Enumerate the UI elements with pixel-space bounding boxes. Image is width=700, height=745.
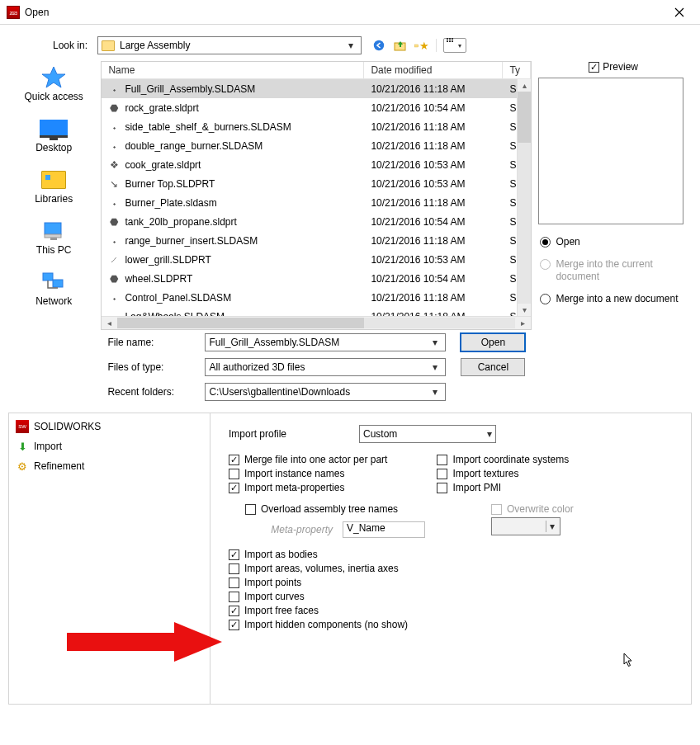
chk-coord-sys[interactable] bbox=[437, 455, 447, 465]
import-options: SW SOLIDWORKS ⬇ Import ⚙ Refinement Impo… bbox=[8, 413, 692, 705]
scroll-up-arrow[interactable]: ▴ bbox=[518, 79, 531, 92]
chk-curves-label: Import curves bbox=[244, 591, 305, 602]
file-name: tank_20lb_propane.sldprt bbox=[125, 216, 236, 228]
color-combo[interactable]: ▾ bbox=[491, 517, 560, 535]
file-row[interactable]: ❖cook_grate.sldprt10/21/2016 10:53 AMSC bbox=[102, 155, 531, 174]
file-row[interactable]: ⟋lower_grill.SLDPRT10/21/2016 10:53 AMSC bbox=[102, 250, 531, 269]
radio-merge-new[interactable] bbox=[540, 294, 551, 304]
file-row[interactable]: ⬩double_range_burner.SLDASM10/21/2016 11… bbox=[102, 136, 531, 155]
chk-instance-names[interactable] bbox=[229, 469, 239, 479]
place-net[interactable]: Network bbox=[10, 271, 97, 307]
view-mode-button[interactable]: ▾ bbox=[443, 38, 466, 53]
place-quick[interactable]: Quick access bbox=[10, 66, 97, 102]
svg-rect-4 bbox=[45, 223, 61, 234]
chk-as-bodies[interactable] bbox=[229, 549, 239, 560]
file-row[interactable]: ↘Burner Top.SLDPRT10/21/2016 10:53 AMSC bbox=[102, 174, 531, 193]
file-row[interactable]: ⬩Burner_Plate.sldasm10/21/2016 11:18 AMS… bbox=[102, 193, 531, 212]
chevron-down-icon: ▾ bbox=[487, 428, 492, 440]
open-button[interactable]: Open bbox=[461, 333, 525, 351]
chk-meta-props-label: Import meta-properties bbox=[244, 482, 344, 493]
file-row[interactable]: ⬩Leg&Wheels.SLDASM10/21/2016 11:18 AMSC bbox=[102, 307, 531, 316]
meta-prop-input[interactable]: V_Name bbox=[343, 521, 425, 538]
file-row[interactable]: ⬩Full_Grill_Assembly.SLDASM10/21/2016 11… bbox=[102, 79, 531, 98]
close-button[interactable] bbox=[664, 3, 695, 21]
chevron-down-icon: ▾ bbox=[546, 521, 557, 532]
chk-merge-actor[interactable] bbox=[229, 455, 239, 465]
chk-points[interactable] bbox=[229, 578, 239, 588]
svg-rect-7 bbox=[43, 273, 53, 281]
cancel-button[interactable]: Cancel bbox=[461, 358, 525, 376]
preview-area bbox=[538, 78, 683, 224]
place-label: Desktop bbox=[35, 142, 72, 153]
file-list: Name Date modified Ty ⬩Full_Grill_Assemb… bbox=[101, 61, 532, 330]
file-type-icon: ⬩ bbox=[108, 83, 120, 95]
filetype-combo[interactable]: All authorized 3D files ▾ bbox=[205, 358, 446, 376]
file-row[interactable]: ⬣tank_20lb_propane.sldprt10/21/2016 10:5… bbox=[102, 212, 531, 231]
side-refinement[interactable]: ⚙ Refinement bbox=[9, 456, 210, 476]
chk-pmi[interactable] bbox=[437, 483, 447, 493]
chk-as-bodies-label: Import as bodies bbox=[244, 549, 318, 560]
file-row[interactable]: ⬩side_table_shelf_&_burners.SLDASM10/21/… bbox=[102, 117, 531, 136]
file-name: side_table_shelf_&_burners.SLDASM bbox=[125, 121, 291, 133]
window-title: Open bbox=[25, 7, 49, 18]
file-row[interactable]: ⬩Control_Panel.SLDASM10/21/2016 11:18 AM… bbox=[102, 288, 531, 307]
place-pc[interactable]: This PC bbox=[10, 219, 97, 256]
chk-hidden[interactable] bbox=[229, 620, 239, 630]
filetype-label: Files of type: bbox=[101, 361, 205, 373]
file-row[interactable]: ⬣wheel.SLDPRT10/21/2016 10:54 AMSC bbox=[102, 269, 531, 288]
file-row[interactable]: ⬩range_burner_insert.SLDASM10/21/2016 11… bbox=[102, 231, 531, 250]
file-name: Burner_Plate.sldasm bbox=[125, 197, 216, 209]
file-open-area: Look in: Large Assembly ▾ ★ ▾ Quick acc bbox=[0, 25, 700, 409]
file-row[interactable]: ⬣rock_grate.sldprt10/21/2016 10:54 AMSC bbox=[102, 98, 531, 117]
lookin-folder-name: Large Assembly bbox=[120, 40, 190, 51]
profile-combo[interactable]: Custom ▾ bbox=[359, 425, 496, 443]
scroll-left-arrow[interactable]: ◂ bbox=[103, 318, 116, 328]
chk-free-faces[interactable] bbox=[229, 606, 239, 616]
nav-up-button[interactable] bbox=[393, 38, 408, 53]
col-type[interactable]: Ty bbox=[503, 62, 531, 78]
file-type-icon: ❖ bbox=[108, 159, 120, 171]
file-date: 10/21/2016 10:53 AM bbox=[364, 254, 503, 266]
nav-newfolder-button[interactable]: ★ bbox=[414, 38, 429, 53]
hscroll-thumb[interactable] bbox=[117, 318, 364, 328]
place-label: Network bbox=[35, 295, 72, 307]
chk-textures[interactable] bbox=[437, 469, 447, 479]
scroll-down-arrow[interactable]: ▾ bbox=[518, 304, 531, 316]
side-import[interactable]: ⬇ Import bbox=[9, 436, 210, 456]
file-date: 10/21/2016 11:18 AM bbox=[364, 140, 503, 152]
radio-open[interactable] bbox=[540, 237, 551, 248]
file-date: 10/21/2016 11:18 AM bbox=[364, 83, 503, 95]
cancel-button-label: Cancel bbox=[478, 361, 508, 373]
file-name: lower_grill.SLDPRT bbox=[125, 254, 210, 266]
preview-checkbox[interactable] bbox=[589, 62, 599, 73]
chk-overload[interactable] bbox=[245, 504, 256, 515]
side-solidworks[interactable]: SW SOLIDWORKS bbox=[9, 417, 210, 436]
svg-rect-5 bbox=[45, 234, 61, 238]
place-label: Quick access bbox=[25, 91, 83, 102]
file-name: Control_Panel.SLDASM bbox=[125, 292, 231, 304]
chk-textures-label: Import textures bbox=[452, 468, 518, 479]
col-name[interactable]: Name bbox=[102, 62, 364, 78]
filename-combo[interactable]: Full_Grill_Assembly.SLDASM ▾ bbox=[205, 333, 446, 351]
file-date: 10/21/2016 10:54 AM bbox=[364, 216, 503, 228]
chevron-down-icon: ▾ bbox=[428, 386, 442, 398]
place-lib[interactable]: Libraries bbox=[10, 168, 97, 205]
scroll-thumb[interactable] bbox=[518, 92, 531, 143]
file-name: double_range_burner.SLDASM bbox=[125, 140, 262, 152]
vertical-scrollbar[interactable]: ▴ ▾ bbox=[517, 79, 531, 316]
scroll-right-arrow[interactable]: ▸ bbox=[517, 318, 529, 328]
horizontal-scrollbar[interactable]: ◂ ▸ bbox=[102, 316, 531, 329]
chk-meta-props[interactable] bbox=[229, 483, 239, 493]
lookin-folder-combo[interactable]: Large Assembly ▾ bbox=[97, 36, 362, 54]
chk-coord-sys-label: Import coordinate systems bbox=[452, 454, 569, 465]
nav-back-button[interactable] bbox=[371, 38, 386, 53]
open-button-label: Open bbox=[481, 337, 505, 348]
cursor-icon bbox=[623, 653, 635, 667]
chk-curves[interactable] bbox=[229, 592, 239, 602]
chk-instance-names-label: Import instance names bbox=[244, 468, 344, 479]
chk-areas[interactable] bbox=[229, 563, 239, 574]
place-desktop[interactable]: Desktop bbox=[10, 117, 97, 153]
col-date[interactable]: Date modified bbox=[364, 62, 503, 78]
recent-combo[interactable]: C:\Users\gballentine\Downloads ▾ bbox=[205, 383, 446, 401]
radio-open-label: Open bbox=[556, 236, 579, 248]
